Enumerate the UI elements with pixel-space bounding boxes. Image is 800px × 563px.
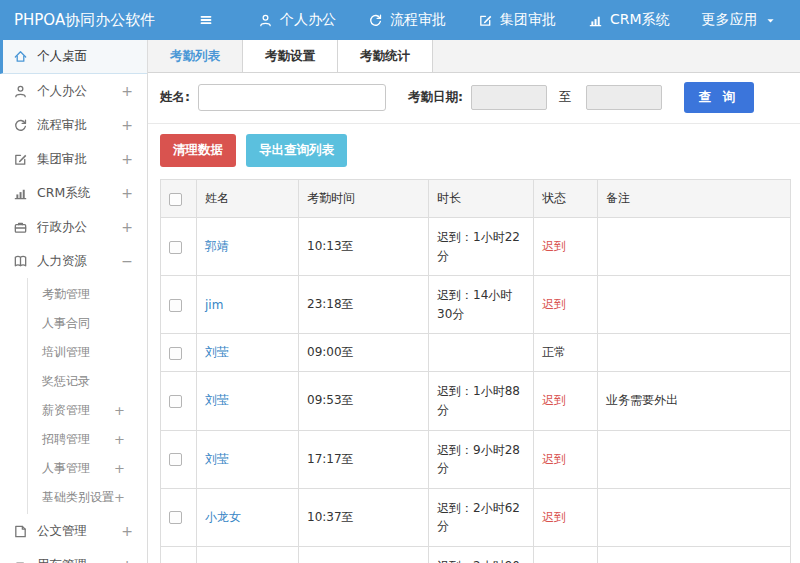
name-label: 姓名: xyxy=(160,89,190,106)
sidebar-item-3[interactable]: 流程审批+ xyxy=(0,108,147,142)
attendance-table: 姓名考勤时间时长状态备注 郭靖10:13至迟到：1小时22分迟到jim23:18… xyxy=(160,179,791,563)
chart-icon xyxy=(588,13,603,28)
caret-down-icon xyxy=(765,15,776,26)
column-header: 时长 xyxy=(429,180,534,218)
sidebar-subitem-1[interactable]: 考勤管理 xyxy=(28,280,147,309)
expand-plus-icon[interactable]: + xyxy=(121,219,133,235)
sidebar-subitem-label: 人事管理 xyxy=(42,460,90,477)
date-to-input[interactable] xyxy=(586,85,662,110)
tab-bar: 考勤列表考勤设置考勤统计 xyxy=(148,40,800,73)
status-text: 正常 xyxy=(534,334,598,372)
menu-icon[interactable] xyxy=(198,12,214,28)
car-icon xyxy=(13,558,28,563)
workflow-icon xyxy=(13,118,28,133)
topnav-item-2[interactable]: 流程审批 xyxy=(368,11,446,29)
sidebar-item-7[interactable]: 人力资源− xyxy=(0,244,147,278)
sidebar-subitem-3[interactable]: 培训管理 xyxy=(28,338,147,367)
topnav-item-1[interactable]: 个人办公 xyxy=(258,11,336,29)
sidebar-item-label: CRM系统 xyxy=(37,185,90,202)
table-header: 姓名考勤时间时长状态备注 xyxy=(161,180,791,218)
attendance-time: 23:18至 xyxy=(299,276,429,334)
expand-plus-icon[interactable]: + xyxy=(121,557,133,563)
sidebar-item-4[interactable]: 集团审批+ xyxy=(0,142,147,176)
sidebar-item-1[interactable]: 个人桌面 xyxy=(0,40,147,74)
table-row: 刘莹09:53至迟到：1小时88分迟到业务需要外出 xyxy=(161,372,791,430)
employee-name-link[interactable]: 刘莹 xyxy=(205,345,229,359)
attendance-time: 09:00至 xyxy=(299,334,429,372)
status-text: 迟到 xyxy=(534,488,598,546)
sidebar-subitem-label: 奖惩记录 xyxy=(42,373,90,390)
row-checkbox[interactable] xyxy=(169,395,182,408)
sidebar-subitem-4[interactable]: 奖惩记录 xyxy=(28,367,147,396)
expand-plus-icon[interactable]: + xyxy=(114,432,125,447)
query-button[interactable]: 查 询 xyxy=(684,82,754,113)
note: 业务需要外出 xyxy=(598,372,791,430)
row-checkbox-cell xyxy=(161,372,197,430)
sidebar-subitem-7[interactable]: 人事管理+ xyxy=(28,454,147,483)
column-header: 状态 xyxy=(534,180,598,218)
row-checkbox[interactable] xyxy=(169,511,182,524)
employee-name-link[interactable]: 刘莹 xyxy=(205,452,229,466)
row-checkbox[interactable] xyxy=(169,241,182,254)
employee-name-link[interactable]: 郭靖 xyxy=(205,239,229,253)
employee-name-link[interactable]: 小龙女 xyxy=(205,510,241,524)
attendance-time: 09:53至 xyxy=(299,372,429,430)
duration: 迟到：1小时88分 xyxy=(429,372,534,430)
topnav-item-4[interactable]: CRM系统 xyxy=(588,11,670,29)
workflow-icon xyxy=(368,13,383,28)
home-icon xyxy=(13,49,28,64)
edit-icon xyxy=(478,13,493,28)
topnav-item-3[interactable]: 集团审批 xyxy=(478,11,556,29)
expand-plus-icon[interactable]: + xyxy=(114,461,125,476)
name-input[interactable] xyxy=(198,84,386,111)
column-header: 考勤时间 xyxy=(299,180,429,218)
collapse-minus-icon[interactable]: − xyxy=(121,253,133,269)
sidebar-item-label: 集团审批 xyxy=(37,151,87,168)
person-icon xyxy=(13,84,28,99)
sidebar-subitem-5[interactable]: 薪资管理+ xyxy=(28,396,147,425)
select-all-checkbox[interactable] xyxy=(169,193,182,206)
expand-plus-icon[interactable]: + xyxy=(121,185,133,201)
sidebar-item-2[interactable]: 个人办公+ xyxy=(0,74,147,108)
employee-name-link[interactable]: 刘莹 xyxy=(205,393,229,407)
note xyxy=(598,488,791,546)
row-checkbox[interactable] xyxy=(169,347,182,360)
expand-plus-icon[interactable]: + xyxy=(121,83,133,99)
export-list-button[interactable]: 导出查询列表 xyxy=(246,134,347,167)
sidebar-subitem-label: 招聘管理 xyxy=(42,431,90,448)
tab-1[interactable]: 考勤列表 xyxy=(148,40,243,72)
topnav-item-5[interactable]: 更多应用 xyxy=(702,11,783,29)
sidebar-submenu: 考勤管理人事合同培训管理奖惩记录薪资管理+招聘管理+人事管理+基础类别设置+ xyxy=(27,278,147,514)
tab-3[interactable]: 考勤统计 xyxy=(338,40,433,72)
sidebar-subitem-6[interactable]: 招聘管理+ xyxy=(28,425,147,454)
row-checkbox[interactable] xyxy=(169,299,182,312)
top-navbar: PHPOA协同办公软件 个人办公流程审批集团审批CRM系统更多应用 xyxy=(0,0,800,40)
column-header: 姓名 xyxy=(197,180,299,218)
row-checkbox[interactable] xyxy=(169,453,182,466)
chart-icon xyxy=(13,186,28,201)
sidebar-item-6[interactable]: 行政办公+ xyxy=(0,210,147,244)
date-from-input[interactable] xyxy=(471,85,547,110)
attendance-time: 10:37至 xyxy=(299,488,429,546)
sidebar-subitem-8[interactable]: 基础类别设置+ xyxy=(28,483,147,512)
sidebar-item-5[interactable]: CRM系统+ xyxy=(0,176,147,210)
tab-2[interactable]: 考勤设置 xyxy=(243,40,338,72)
top-nav-menu: 个人办公流程审批集团审批CRM系统更多应用 xyxy=(242,11,799,29)
sidebar-item-9[interactable]: 用车管理+ xyxy=(0,548,147,563)
expand-plus-icon[interactable]: + xyxy=(121,117,133,133)
expand-plus-icon[interactable]: + xyxy=(114,403,125,418)
row-checkbox-cell xyxy=(161,488,197,546)
clean-data-button[interactable]: 清理数据 xyxy=(160,134,236,167)
employee-name-link[interactable]: jim xyxy=(205,298,223,312)
expand-plus-icon[interactable]: + xyxy=(121,151,133,167)
note xyxy=(598,334,791,372)
table-body: 郭靖10:13至迟到：1小时22分迟到jim23:18至迟到：14小时30分迟到… xyxy=(161,218,791,563)
expand-plus-icon[interactable]: + xyxy=(121,523,133,539)
sidebar-subitem-2[interactable]: 人事合同 xyxy=(28,309,147,338)
expand-plus-icon[interactable]: + xyxy=(114,490,125,505)
topnav-item-label: 集团审批 xyxy=(500,11,556,29)
status-text: 迟到 xyxy=(534,372,598,430)
date-to-label: 至 xyxy=(559,89,572,106)
sidebar-item-8[interactable]: 公文管理+ xyxy=(0,514,147,548)
note: 1111 xyxy=(598,546,791,563)
